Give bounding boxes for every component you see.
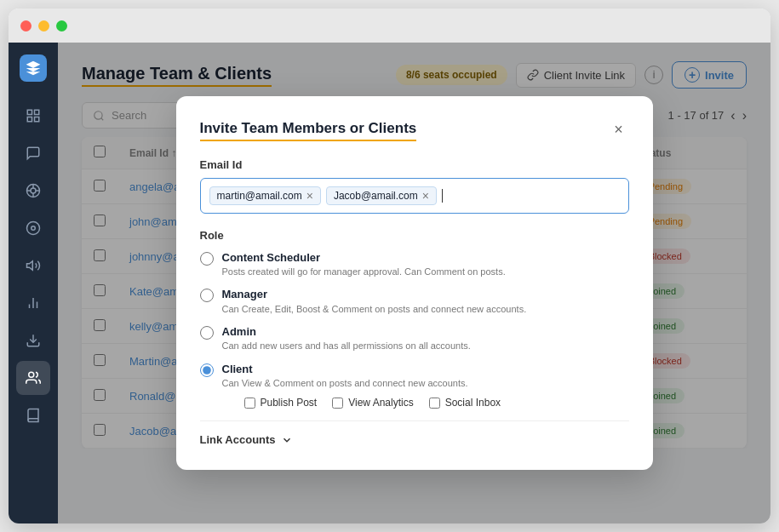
app-layout: Manage Team & Clients 8/6 seats occupied… (9, 43, 770, 523)
app-logo (20, 54, 47, 82)
svg-rect-0 (27, 110, 32, 114)
role-name-admin: Admin (222, 324, 471, 340)
sidebar-item-network[interactable] (16, 174, 50, 208)
modal-overlay[interactable]: Invite Team Members or Clients × Email I… (58, 43, 770, 523)
role-desc-client: Can View & Comment on posts and connect … (222, 377, 629, 390)
svg-point-11 (32, 226, 36, 231)
modal-title: Invite Team Members or Clients (200, 120, 417, 141)
sidebar-item-analytics[interactable] (16, 286, 50, 320)
role-name-content-scheduler: Content Scheduler (222, 250, 506, 266)
browser-window: Manage Team & Clients 8/6 seats occupied… (9, 9, 770, 523)
svg-rect-3 (35, 117, 39, 122)
publish-post-checkbox[interactable] (244, 398, 255, 409)
svg-point-5 (31, 188, 36, 193)
sidebar-item-library[interactable] (16, 398, 50, 432)
svg-point-17 (29, 372, 34, 377)
link-accounts-button[interactable]: Link Accounts (200, 433, 629, 446)
link-accounts-label: Link Accounts (200, 433, 276, 446)
cursor (442, 189, 443, 203)
social-inbox-option[interactable]: Social Inbox (429, 397, 501, 409)
social-inbox-checkbox[interactable] (429, 398, 440, 409)
sidebar-item-support[interactable] (16, 211, 50, 245)
view-analytics-label: View Analytics (348, 397, 413, 409)
role-option-client: Client Can View & Comment on posts and c… (200, 362, 629, 409)
email-field-label: Email Id (200, 158, 629, 171)
view-analytics-option[interactable]: View Analytics (332, 397, 413, 409)
svg-rect-1 (35, 110, 39, 114)
role-option-content-scheduler: Content Scheduler Posts created will go … (200, 250, 629, 279)
social-inbox-label: Social Inbox (445, 397, 501, 409)
email-input-container[interactable]: martin@amail.com × Jacob@amail.com × (200, 178, 629, 214)
svg-marker-12 (27, 261, 33, 271)
sidebar-item-inbox[interactable] (16, 136, 50, 170)
svg-point-10 (27, 222, 40, 235)
title-bar (9, 9, 770, 43)
invite-modal: Invite Team Members or Clients × Email I… (176, 96, 653, 470)
role-radio-manager[interactable] (200, 289, 214, 302)
role-radio-admin[interactable] (200, 326, 214, 340)
view-analytics-checkbox[interactable] (332, 398, 343, 409)
sidebar-item-dashboard[interactable] (16, 99, 50, 133)
chevron-down-icon (281, 434, 293, 446)
role-name-client: Client (222, 362, 629, 377)
role-name-manager: Manager (222, 287, 527, 302)
maximize-dot[interactable] (56, 20, 67, 31)
modal-divider (200, 420, 629, 421)
minimize-dot[interactable] (38, 20, 49, 31)
role-desc-content-scheduler: Posts created will go for manager approv… (222, 266, 506, 278)
email-tag-jacob-remove[interactable]: × (422, 190, 429, 202)
email-tag-martin: martin@amail.com × (209, 186, 321, 205)
modal-header: Invite Team Members or Clients × (200, 120, 629, 141)
modal-close-button[interactable]: × (609, 120, 629, 140)
publish-post-label: Publish Post (261, 397, 318, 409)
role-option-admin: Admin Can add new users and has all perm… (200, 324, 629, 353)
publish-post-option[interactable]: Publish Post (244, 397, 318, 409)
role-desc-manager: Can Create, Edit, Boost & Comment on pos… (222, 303, 527, 316)
main-content: Manage Team & Clients 8/6 seats occupied… (58, 43, 770, 523)
email-tag-value: martin@amail.com (217, 190, 302, 202)
sidebar (9, 43, 58, 523)
role-field-label: Role (200, 229, 629, 242)
sidebar-item-download[interactable] (16, 323, 50, 358)
email-tag-martin-remove[interactable]: × (306, 190, 313, 202)
role-option-manager: Manager Can Create, Edit, Boost & Commen… (200, 287, 629, 316)
email-tag-value: Jacob@amail.com (334, 190, 418, 202)
svg-rect-2 (27, 117, 32, 122)
close-dot[interactable] (20, 20, 32, 31)
client-options: Publish Post View Analytics Social Inbox (244, 397, 629, 409)
email-tag-jacob: Jacob@amail.com × (326, 186, 437, 205)
role-radio-content-scheduler[interactable] (200, 252, 214, 266)
role-desc-admin: Can add new users and has all permission… (222, 340, 471, 352)
sidebar-item-campaigns[interactable] (16, 249, 50, 283)
sidebar-item-team[interactable] (16, 361, 50, 395)
role-radio-client[interactable] (200, 363, 214, 377)
